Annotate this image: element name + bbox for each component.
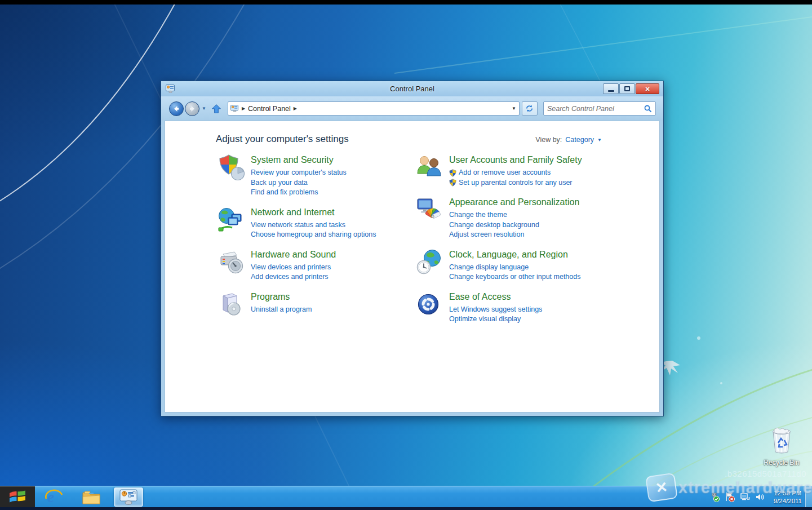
search-icon[interactable] — [644, 105, 652, 113]
taskbar-internet-explorer-button[interactable]: e — [39, 487, 69, 507]
folder-icon — [82, 489, 101, 505]
volume-tray-icon[interactable] — [755, 492, 765, 502]
link-user-accounts-family-safety[interactable]: User Accounts and Family Safety — [449, 155, 582, 165]
clock-date: 9/24/2011 — [774, 497, 802, 505]
link-clock-language-region[interactable]: Clock, Language, and Region — [449, 250, 580, 260]
view-by-label: View by: — [535, 136, 562, 144]
category-system-security: System and Security Review your computer… — [217, 154, 415, 198]
category-column-left: System and Security Review your computer… — [217, 154, 415, 327]
link-add-remove-user-accounts[interactable]: Add or remove user accounts — [449, 168, 582, 178]
link-view-network-status[interactable]: View network status and tasks — [251, 220, 376, 230]
start-button[interactable] — [0, 486, 35, 507]
category-network-internet: Network and Internet View network status… — [217, 206, 415, 240]
minimize-icon — [608, 90, 614, 92]
link-change-the-theme[interactable]: Change the theme — [449, 210, 579, 220]
link-label: Add or remove user accounts — [459, 168, 551, 178]
recent-pages-chevron-icon[interactable]: ▼ — [202, 106, 206, 111]
link-programs[interactable]: Programs — [251, 292, 312, 302]
user-accounts-icon[interactable] — [415, 154, 445, 182]
search-box — [543, 101, 656, 116]
usb-device-tray-icon[interactable] — [709, 492, 720, 502]
link-system-and-security[interactable]: System and Security — [251, 155, 347, 165]
windows-logo-icon — [9, 490, 26, 504]
address-bar[interactable]: ▶ Control Panel ▶ ▼ — [228, 101, 520, 116]
up-arrow-icon — [211, 104, 221, 114]
link-back-up-your-data[interactable]: Back up your data — [251, 178, 347, 188]
breadcrumb-arrow-icon[interactable]: ▶ — [242, 106, 245, 111]
taskbar-bottom-strip — [0, 507, 812, 510]
category-clock-language-region: Clock, Language, and Region Change displ… — [415, 249, 607, 282]
maximize-button[interactable] — [619, 83, 635, 94]
uac-shield-icon — [449, 179, 456, 187]
link-add-devices-printers[interactable]: Add devices and printers — [251, 272, 336, 282]
link-change-desktop-background[interactable]: Change desktop background — [449, 220, 579, 230]
taskbar: e — [0, 486, 812, 510]
taskbar-clock[interactable]: 12:59 PM 9/24/2011 — [774, 489, 802, 505]
taskbar-control-panel-button[interactable] — [114, 487, 143, 507]
network-internet-icon[interactable] — [217, 206, 246, 234]
link-hardware-and-sound[interactable]: Hardware and Sound — [251, 250, 336, 260]
recycle-bin-desktop-icon[interactable]: Recycle Bin — [759, 426, 804, 467]
hardware-sound-icon[interactable] — [217, 249, 246, 277]
close-icon: × — [645, 85, 650, 93]
build-watermark-text: .b32615d501a711d0 — [725, 469, 806, 478]
link-ease-of-access[interactable]: Ease of Access — [449, 292, 542, 302]
address-location-icon — [230, 105, 239, 112]
internet-explorer-icon: e — [45, 489, 63, 505]
link-appearance-personalization[interactable]: Appearance and Personalization — [449, 197, 579, 207]
link-review-computer-status[interactable]: Review your computer's status — [251, 168, 347, 178]
page-title: Adjust your computer's settings — [216, 134, 349, 145]
up-button[interactable] — [210, 102, 223, 116]
taskbar-file-explorer-button[interactable] — [77, 487, 106, 507]
uac-shield-icon — [449, 169, 456, 177]
link-view-devices-printers[interactable]: View devices and printers — [251, 263, 336, 273]
control-panel-content: Adjust your computer's settings View by:… — [165, 121, 660, 413]
link-optimize-visual-display[interactable]: Optimize visual display — [449, 314, 542, 325]
clock-time: 12:59 PM — [774, 489, 802, 497]
back-button[interactable] — [169, 101, 184, 116]
system-security-icon[interactable] — [217, 154, 246, 182]
category-appearance: Appearance and Personalization Change th… — [415, 196, 607, 240]
refresh-icon — [525, 104, 534, 113]
link-find-and-fix-problems[interactable]: Find and fix problems — [251, 188, 347, 198]
recycle-bin-label: Recycle Bin — [759, 459, 804, 467]
control-panel-icon — [119, 489, 138, 505]
ease-of-access-icon[interactable] — [415, 291, 445, 319]
window-titlebar[interactable]: Control Panel × — [161, 81, 663, 96]
network-tray-icon[interactable] — [740, 492, 750, 502]
category-hardware-sound: Hardware and Sound View devices and prin… — [217, 249, 415, 282]
link-adjust-screen-resolution[interactable]: Adjust screen resolution — [449, 230, 579, 240]
forward-button[interactable] — [185, 101, 199, 116]
category-column-right: User Accounts and Family Safety Add or r… — [415, 154, 607, 333]
control-panel-window: Control Panel × ▼ — [161, 81, 664, 416]
search-input[interactable] — [547, 103, 642, 114]
programs-icon[interactable] — [217, 291, 246, 319]
link-change-keyboards[interactable]: Change keyboards or other input methods — [449, 272, 580, 282]
link-network-and-internet[interactable]: Network and Internet — [251, 207, 376, 218]
back-arrow-icon — [172, 105, 180, 113]
link-uninstall-a-program[interactable]: Uninstall a program — [251, 305, 312, 315]
link-label: Set up parental controls for any user — [459, 178, 573, 188]
category-programs: Programs Uninstall a program — [217, 291, 415, 319]
window-title: Control Panel — [161, 81, 663, 96]
close-button[interactable]: × — [636, 83, 659, 94]
minimize-button[interactable] — [603, 83, 619, 94]
address-dropdown-icon[interactable]: ▼ — [512, 106, 516, 111]
category-ease-of-access: Ease of Access Let Windows suggest setti… — [415, 291, 607, 325]
navigation-bar: ▼ ▶ Control Panel ▶ ▼ — [161, 96, 663, 121]
link-change-display-language[interactable]: Change display language — [449, 263, 580, 273]
breadcrumb-control-panel[interactable]: Control Panel — [248, 105, 291, 113]
refresh-button[interactable] — [522, 101, 538, 116]
screen-top-black-bar — [0, 0, 812, 5]
show-desktop-button[interactable] — [805, 486, 812, 507]
view-by-dropdown[interactable]: Category — [565, 136, 594, 144]
link-choose-homegroup[interactable]: Choose homegroup and sharing options — [251, 230, 376, 240]
link-let-windows-suggest[interactable]: Let Windows suggest settings — [449, 305, 542, 315]
action-center-flag-tray-icon[interactable] — [725, 492, 735, 502]
link-set-up-parental-controls[interactable]: Set up parental controls for any user — [449, 178, 582, 188]
view-by-caret-icon[interactable]: ▼ — [597, 138, 602, 143]
appearance-personalization-icon[interactable] — [415, 196, 445, 224]
breadcrumb-arrow-icon[interactable]: ▶ — [294, 106, 297, 111]
category-user-accounts: User Accounts and Family Safety Add or r… — [415, 154, 607, 188]
clock-language-region-icon[interactable] — [415, 249, 445, 277]
